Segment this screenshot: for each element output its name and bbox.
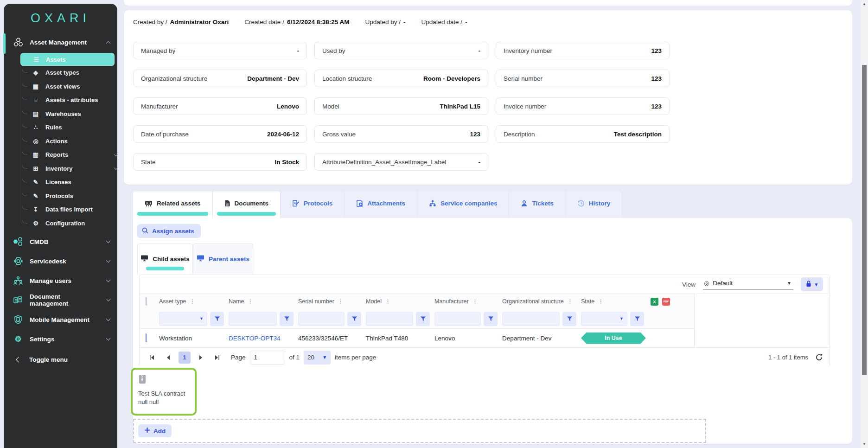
column-menu-icon[interactable]: ⋮ [189,298,195,305]
sidebar-item-reports[interactable]: ▥ Reports [22,148,117,162]
sidebar-section-manage-users[interactable]: Manage users [4,271,117,290]
filter-asset-type-select[interactable]: ▼ [159,312,207,326]
assign-assets-button[interactable]: Assign assets [137,224,201,238]
sidebar-item-actions[interactable]: ◎ Actions [22,134,117,148]
filter-funnel-button[interactable] [210,312,224,326]
sidebar-section-mobile-management[interactable]: Mobile Management [4,310,117,329]
sidebar-section-label: Servicedesk [30,258,66,265]
sidebar-section-servicedesk[interactable]: Servicedesk [4,251,117,271]
filter-funnel-button[interactable] [562,312,576,326]
field-manufacturer[interactable]: ManufacturerLenovo [133,97,307,115]
sidebar-item-assets-attributes[interactable]: ≡ Assets - attributes [22,93,117,107]
export-pdf-icon[interactable]: PDF [662,298,670,306]
filter-serial-number-input[interactable] [298,312,345,326]
document-card-selected[interactable]: Test SLA contract null null [131,368,197,416]
column-menu-icon[interactable]: ⋮ [385,298,391,305]
filter-state-select[interactable]: ▼ [581,312,627,326]
tab-label: Tickets [532,200,553,207]
vertical-scrollbar[interactable]: ▲ ▼ [861,0,868,448]
select-all-checkbox[interactable] [146,297,147,306]
sidebar-section-document-management[interactable]: Document management [4,290,117,310]
filter-funnel-button[interactable] [484,312,498,326]
sidebar-item-label: Asset types [45,69,79,76]
toggle-menu-button[interactable]: Toggle menu [4,350,117,369]
chevron-down-icon [114,153,118,156]
sidebar-item-inventory[interactable]: ⊞ Inventory [22,162,117,176]
refresh-icon[interactable] [815,353,823,361]
lock-view-button[interactable]: ▼ [801,277,823,291]
field-used-by[interactable]: Used by- [314,42,488,59]
subtab-parent-assets[interactable]: Parent assets [193,243,253,274]
field-description[interactable]: DescriptionTest description [496,125,670,143]
field-invoice-number[interactable]: Invoice number123 [496,97,670,115]
row-checkbox[interactable] [146,333,147,342]
field-asset-image[interactable]: AttributeDefinition_Asset_AssetImage_Lab… [314,153,488,171]
sidebar-section-settings[interactable]: ⚙ Settings [4,329,117,349]
field-organizational-structure[interactable]: Organizational structureDepartment - Dev [133,70,307,87]
field-gross-value[interactable]: Gross value123 [314,125,488,143]
previous-page-button[interactable] [162,352,174,364]
filter-model-input[interactable] [366,312,413,326]
tab-related-assets[interactable]: Related assets [133,192,213,218]
tab-documents[interactable]: Documents [213,192,281,218]
sidebar-item-rules[interactable]: ∴ Rules [22,121,117,134]
sidebar-item-assets[interactable]: ☰ Assets [20,53,115,66]
add-document-button[interactable]: Add [138,424,172,437]
grid-data-row[interactable]: Workstation DESKTOP-OPT34 456233/32546/E… [140,329,694,347]
page-label: Page [231,354,246,361]
sidebar-section-asset-management[interactable]: Asset Management [4,32,117,52]
field-state[interactable]: StateIn Stock [133,153,307,171]
scrollbar-thumb[interactable] [862,65,867,375]
sidebar-item-asset-types[interactable]: ◈ Asset types [22,66,117,80]
report-icon: ▥ [32,151,40,158]
view-select[interactable]: ◎ Default ▼ [703,279,793,290]
column-menu-icon[interactable]: ⋮ [247,298,253,305]
field-date-of-purchase[interactable]: Date of purchase2024-06-12 [133,125,307,143]
first-page-button[interactable] [146,352,158,364]
field-model[interactable]: ModelThinkPad L15 [314,97,488,115]
tab-protocols[interactable]: Protocols [281,192,345,218]
scroll-down-icon[interactable]: ▼ [861,442,868,446]
filter-manufacturer-input[interactable] [434,312,481,326]
tab-attachments[interactable]: Attachments [345,192,417,218]
sidebar-item-licenses[interactable]: ✎ Licenses [22,175,117,189]
column-menu-icon[interactable]: ⋮ [338,298,344,305]
filter-funnel-button[interactable] [630,312,644,326]
export-excel-icon[interactable]: X [651,298,658,306]
tab-history[interactable]: History [566,192,623,218]
field-managed-by[interactable]: Managed by- [133,42,307,59]
sidebar-item-asset-views[interactable]: ▦ Asset views [22,80,117,94]
doc-pen-icon [292,200,300,207]
filter-funnel-button[interactable] [347,312,361,326]
filter-funnel-button[interactable] [280,312,294,326]
filter-funnel-button[interactable] [416,312,430,326]
last-page-button[interactable] [211,352,223,364]
updated-date: Updated date /- [421,19,467,26]
document-drop-zone[interactable]: Add [133,419,706,443]
sidebar-section-cmdb[interactable]: CMDB [4,232,117,251]
created-by: Created by /Administrator Oxari [133,19,229,26]
column-menu-icon[interactable]: ⋮ [598,298,604,305]
sidebar-item-protocols[interactable]: ✎ Protocols [22,189,117,203]
next-page-button[interactable] [195,352,207,364]
subtab-child-assets[interactable]: Child assets [137,243,193,274]
filter-name-input[interactable] [229,312,277,326]
sidebar-item-data-files-import[interactable]: ↧ Data files import [22,203,117,217]
field-serial-number[interactable]: Serial number123 [496,70,670,87]
column-menu-icon[interactable]: ⋮ [567,298,573,305]
sidebar-item-warehouses[interactable]: ▤ Warehouses [22,107,117,121]
sidebar-section-label: CMDB [30,238,49,245]
page-1-button[interactable]: 1 [179,352,191,364]
column-menu-icon[interactable]: ⋮ [472,298,478,305]
tab-tickets[interactable]: Tickets [509,192,565,218]
scroll-up-icon[interactable]: ▲ [861,2,868,6]
page-number-input[interactable] [250,351,285,365]
filter-org-structure-input[interactable] [502,312,560,326]
field-location-structure[interactable]: Location structureRoom - Developers [314,70,488,87]
tab-service-companies[interactable]: Service companies [417,192,509,218]
sidebar-item-configuration[interactable]: ⚙ Configuration [22,217,117,230]
page-size-value: 20 [307,354,314,361]
field-inventory-number[interactable]: Inventory number123 [496,42,670,59]
page-size-select[interactable]: 20 ▼ [304,351,331,365]
cell-name-link[interactable]: DESKTOP-OPT34 [229,335,298,342]
